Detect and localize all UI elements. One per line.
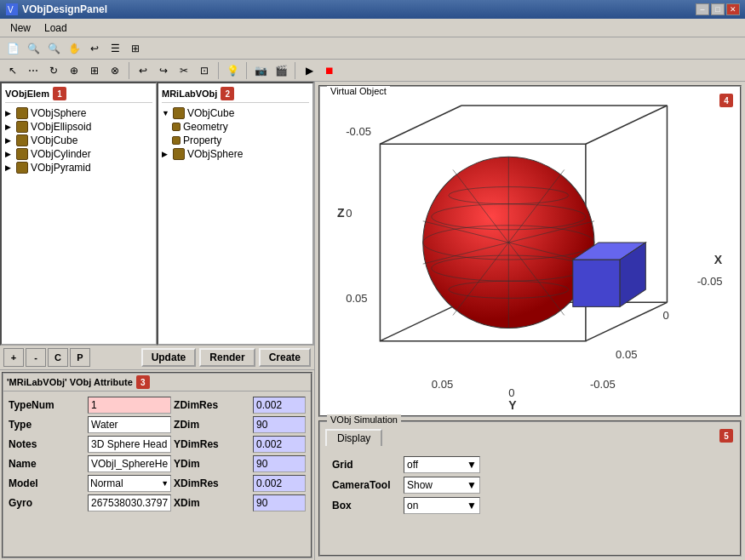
mrilab-header: MRiLabVObj 2 <box>162 87 309 103</box>
mrilab-title: MRiLabVObj <box>162 89 217 99</box>
model-select[interactable]: Normal ▼ <box>88 475 171 492</box>
minimize-button[interactable]: – <box>696 3 709 15</box>
zdim-value[interactable]: 90 <box>253 416 306 433</box>
list-btn[interactable]: ☰ <box>106 39 124 58</box>
cameratool-select[interactable]: Show ▼ <box>404 477 480 494</box>
new-btn[interactable]: 📄 <box>3 39 22 58</box>
vobj-elem-badge: 1 <box>53 87 66 100</box>
sim-panel-title: VObj Simulation <box>327 414 401 425</box>
grid-btn[interactable]: ⊞ <box>126 39 145 58</box>
ydimres-value[interactable]: 0.002 <box>253 436 306 453</box>
tree-vobj-cylinder[interactable]: ▶ VObjCylinder <box>5 147 152 161</box>
y-axis-neg-label: -0.05 <box>590 378 616 391</box>
vobj-elem-panel: VObjElem 1 ▶ VObjSphere ▶ VObjEllipsoid … <box>0 82 157 346</box>
tree-property[interactable]: Property <box>172 134 309 147</box>
stop-btn[interactable]: ⏹ <box>320 61 339 80</box>
tree-mri-cube[interactable]: ▼ VObjCube <box>162 106 309 120</box>
expand-sphere[interactable]: ▶ <box>5 109 14 117</box>
attr-panel-title: 'MRiLabVObj' VObj Attribute 3 <box>3 374 311 391</box>
redo-btn[interactable]: ↪ <box>154 61 173 80</box>
window-title: VObjDesignPanel <box>22 3 696 15</box>
xdimres-value[interactable]: 0.002 <box>253 475 306 492</box>
sphere-label: VObjSphere <box>31 107 86 119</box>
box-value: on <box>407 500 418 511</box>
render-button[interactable]: Render <box>199 348 255 367</box>
svg-rect-22 <box>573 260 620 306</box>
attr-title-text: 'MRiLabVObj' VObj Attribute <box>7 377 133 387</box>
typenum-value[interactable]: 1 <box>88 397 171 414</box>
render2-btn[interactable]: 🎬 <box>272 61 290 80</box>
sphere-icon <box>16 107 28 119</box>
undo-btn[interactable]: ↩ <box>134 61 152 80</box>
separator-1 <box>129 62 129 79</box>
expand-pyramid[interactable]: ▶ <box>5 163 14 172</box>
menu-load[interactable]: Load <box>37 20 74 36</box>
maximize-button[interactable]: □ <box>711 3 725 15</box>
create-button[interactable]: Create <box>259 348 311 367</box>
tree-vobj-sphere[interactable]: ▶ VObjSphere <box>5 106 152 120</box>
cameratool-value: Show <box>407 479 433 491</box>
tree-vobj-pyramid[interactable]: ▶ VObjPyramid <box>5 161 152 174</box>
add-button[interactable]: + <box>3 348 24 367</box>
model-label: Model <box>9 475 85 492</box>
gyro-value[interactable]: 267538030.3797 <box>88 494 171 511</box>
play-btn[interactable]: ▶ <box>300 61 318 80</box>
move-btn[interactable]: ⊕ <box>65 61 83 80</box>
box-select[interactable]: on ▼ <box>404 497 480 514</box>
gyro-label: Gyro <box>9 494 85 511</box>
zoom-out-btn[interactable]: 🔍 <box>44 39 63 58</box>
geometry-label: Geometry <box>183 121 228 133</box>
tree-vobj-cube[interactable]: ▶ VObjCube <box>5 134 152 147</box>
3d-scene: -0.05 0 0.05 Z 0.05 0 -0.05 Y 0.05 0 -0.… <box>320 87 740 415</box>
copy-tb-btn[interactable]: ⊡ <box>195 61 214 80</box>
cube-label: VObjCube <box>31 134 77 146</box>
pan-btn[interactable]: ✋ <box>65 39 83 58</box>
type-value[interactable]: Water <box>88 416 171 433</box>
model-value: Normal <box>90 477 123 489</box>
tree-mri-sphere[interactable]: ▶ VObjSphere <box>162 147 309 161</box>
grid-select[interactable]: off ▼ <box>404 456 480 473</box>
rotate-btn[interactable]: ↻ <box>44 61 63 80</box>
window-controls[interactable]: – □ ✕ <box>696 3 740 15</box>
left-bottom: + - C P Update Render Create 'MRiLabVObj… <box>0 346 314 560</box>
update-button[interactable]: Update <box>141 348 197 367</box>
select-btn[interactable]: ↖ <box>3 61 22 80</box>
axis-btn[interactable]: ⊗ <box>106 61 124 80</box>
sim-content: Display Grid off ▼ CameraTool Show ▼ Box <box>320 422 740 524</box>
camera-btn[interactable]: 📷 <box>251 61 270 80</box>
notes-value[interactable]: 3D Sphere Head <box>88 436 171 453</box>
name-value[interactable]: VObjl_SphereHe <box>88 455 171 472</box>
cameratool-label: CameraTool <box>332 477 400 494</box>
expand-cube[interactable]: ▶ <box>5 136 14 145</box>
mri-sphere-label: VObjSphere <box>187 148 243 160</box>
separator-2 <box>218 62 219 79</box>
cut-btn[interactable]: ✂ <box>175 61 193 80</box>
light-btn[interactable]: 💡 <box>223 61 242 80</box>
zoom-in-btn[interactable]: 🔍 <box>24 39 43 58</box>
close-button[interactable]: ✕ <box>726 3 740 15</box>
tree-geometry[interactable]: Geometry <box>172 120 309 134</box>
display-tab[interactable]: Display <box>325 429 382 446</box>
name-label: Name <box>9 455 85 472</box>
expand-ellipsoid[interactable]: ▶ <box>5 123 14 131</box>
paste-button[interactable]: P <box>70 348 90 367</box>
xdim-value[interactable]: 90 <box>253 494 306 511</box>
expand-cylinder[interactable]: ▶ <box>5 150 14 158</box>
remove-button[interactable]: - <box>26 348 46 367</box>
y-axis-zero-label: 0 <box>508 386 514 399</box>
copy-button[interactable]: C <box>48 348 68 367</box>
x-axis-zero-label: 0 <box>662 309 668 322</box>
tree-vobj-ellipsoid[interactable]: ▶ VObjEllipsoid <box>5 120 152 134</box>
ydim-value[interactable]: 90 <box>253 455 306 472</box>
expand-mri-sphere[interactable]: ▶ <box>162 150 170 158</box>
scale-btn[interactable]: ⊞ <box>85 61 104 80</box>
select2-btn[interactable]: ⋯ <box>24 61 43 80</box>
menu-new[interactable]: New <box>3 20 37 36</box>
grid-value: off <box>407 459 418 471</box>
reset-btn[interactable]: ↩ <box>85 39 104 58</box>
separator-4 <box>295 62 295 79</box>
expand-mri-cube[interactable]: ▼ <box>162 109 170 117</box>
pyramid-icon <box>16 162 28 174</box>
box-arrow: ▼ <box>467 500 477 511</box>
zdimres-value[interactable]: 0.002 <box>253 397 306 414</box>
